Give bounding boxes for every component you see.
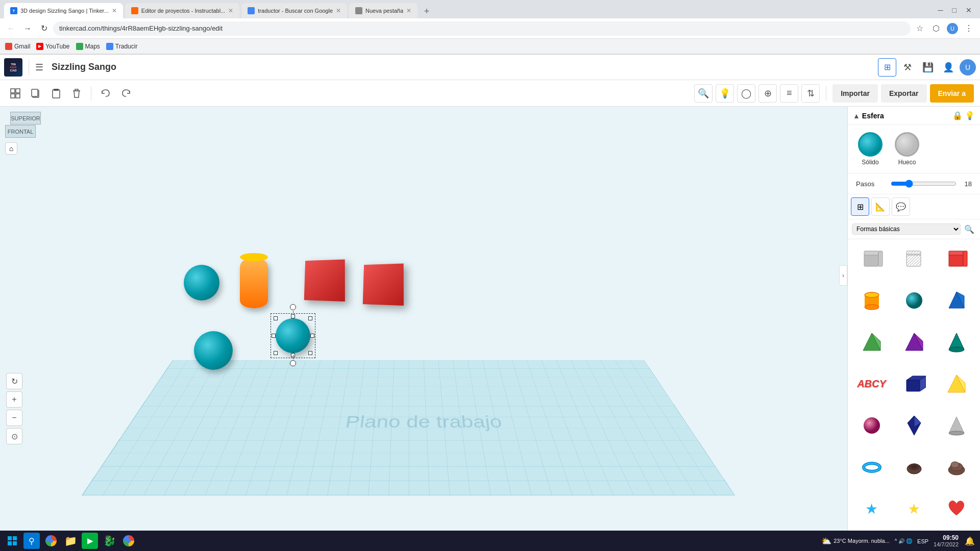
send-button[interactable]: Enviar a [930,84,974,103]
bookmark-maps[interactable]: Maps [76,43,100,50]
shape-item-blue-torus[interactable] [852,452,891,483]
taskbar-chrome[interactable] [43,533,59,549]
minimize-button[interactable]: ─ [934,4,947,16]
shape-item-pink-sphere[interactable] [852,410,891,441]
viewport[interactable]: SUPERIOR FRONTAL ⌂ ↻ + − ⊙ Plano de trab… [0,107,847,536]
notification-button[interactable]: 🔔 [964,535,976,547]
align-tool[interactable]: ⊕ [758,84,777,103]
bookmark-youtube[interactable]: ▶ YouTube [36,43,69,50]
undo-tool[interactable] [96,84,115,103]
bookmark-gmail[interactable]: Gmail [5,43,30,50]
steps-slider[interactable] [891,180,957,188]
export-button[interactable]: Exportar [881,84,927,103]
sphere-object-2[interactable] [194,331,233,370]
taskbar-explorer[interactable]: 📁 [62,533,79,549]
shape-item-brown-blob[interactable] [937,452,976,483]
select-tool[interactable] [6,84,24,103]
shape-item-gray-box[interactable] [852,243,891,274]
tab-tinkercad[interactable]: T 3D design Sizzling Sango | Tinker... ✕ [4,3,123,18]
light-icon[interactable]: 💡 [965,111,975,120]
home-view-button[interactable]: ⌂ [5,142,17,155]
view-front[interactable]: FRONTAL [5,125,36,138]
save-button[interactable]: 💾 [919,58,937,77]
orbit-button[interactable]: ↻ [6,373,22,389]
tab-translator[interactable]: traductor - Buscar con Google ✕ [241,3,347,18]
shape-item-red-heart[interactable] [937,493,976,524]
inspect-tool[interactable]: 🔍 [694,84,713,103]
tab-instructables[interactable]: Editor de proyectos - Instructabl... ✕ [125,3,239,18]
zoom-out-button[interactable]: − [6,410,22,426]
panel-tab-ruler[interactable]: 📐 [871,197,890,216]
group-tool[interactable]: ≡ [780,84,798,103]
tab-instructables-close[interactable]: ✕ [228,7,233,14]
sphere-object-1[interactable] [184,265,219,300]
restore-button[interactable]: □ [948,4,961,16]
shape-item-red-box[interactable] [937,243,976,274]
address-bar[interactable] [53,21,911,36]
taskbar-search[interactable]: ⚲ [23,533,40,549]
view-top[interactable]: SUPERIOR [10,112,41,124]
copy-tool[interactable] [27,84,45,103]
grid-view-button[interactable]: ⊞ [878,58,896,77]
taskbar-chrome2[interactable] [120,533,137,549]
grid-surface[interactable] [82,360,735,495]
shape-item-blue-sphere[interactable] [894,285,934,316]
shape-item-striped-box[interactable] [894,243,934,274]
mirror-tool[interactable]: ⇅ [801,84,820,103]
hollow-option[interactable]: Hueco [895,132,919,166]
collapse-arrow[interactable]: ▲ [853,112,860,120]
shape-item-blue-prism[interactable] [937,285,976,316]
box-object-2[interactable] [363,263,404,306]
tab-new-close[interactable]: ✕ [406,7,411,14]
hamburger-menu[interactable]: ☰ [35,62,43,73]
light-tool[interactable]: 💡 [716,84,734,103]
back-button[interactable]: ← [4,21,18,36]
tab-new[interactable]: Nueva pestaña ✕ [349,3,418,18]
cylinder-object[interactable] [240,257,268,308]
panel-tab-message[interactable]: 💬 [892,197,910,216]
lock-icon[interactable]: 🔒 [952,111,963,120]
bookmark-star-button[interactable]: ☆ [913,21,927,36]
profile-icon-btn[interactable]: 👤 [939,58,958,77]
shape-item-gray-cone[interactable] [937,410,976,441]
extension-button[interactable]: ⬡ [929,21,943,36]
view-cube[interactable]: SUPERIOR FRONTAL ⌂ [5,112,46,138]
shape-item-blue-star[interactable]: ★ [852,493,891,524]
zoom-in-button[interactable]: + [6,391,22,408]
panel-tab-grid[interactable]: ⊞ [851,197,869,216]
selected-sphere[interactable] [276,318,310,353]
zoom-fit-button[interactable]: ⊙ [6,428,22,444]
box-object-1[interactable] [304,259,345,302]
new-tab-button[interactable]: + [420,4,434,18]
user-avatar[interactable]: U [960,59,976,76]
start-button[interactable] [4,533,20,549]
bookmark-translate[interactable]: Traducir [106,43,138,50]
shape-item-dark-blue-box[interactable] [894,368,934,399]
delete-tool[interactable] [67,84,86,103]
profile-button[interactable]: U [945,21,960,36]
shape-item-brown-torus[interactable] [894,452,934,483]
solid-option[interactable]: Sólido [858,132,883,166]
paste-tool[interactable] [47,84,65,103]
reload-button[interactable]: ↻ [37,21,51,36]
shapes-category-dropdown[interactable]: Formas básicas [852,223,961,235]
shape-item-orange-cylinder[interactable] [852,285,891,316]
shape-item-gold-star[interactable]: ★ [894,493,934,524]
taskbar-app1[interactable]: ▶ [82,533,98,549]
shape-item-dark-blue-gem[interactable] [894,410,934,441]
shape-item-teal-cone[interactable] [937,327,976,357]
shape-item-green-pyramid[interactable] [852,327,891,357]
shape-item-purple-pyramid[interactable] [894,327,934,357]
menu-button[interactable]: ⋮ [962,21,976,36]
taskbar-app2[interactable]: 🐉 [101,533,117,549]
close-button[interactable]: ✕ [962,4,976,16]
redo-tool[interactable] [117,84,135,103]
shape-item-yellow-pyramid[interactable] [937,368,976,399]
import-button[interactable]: Importar [832,84,878,103]
shapes-search-button[interactable]: 🔍 [963,222,976,236]
shape-tool[interactable]: ◯ [737,84,755,103]
tab-tinkercad-close[interactable]: ✕ [112,7,117,14]
build-button[interactable]: ⚒ [898,58,917,77]
tab-translator-close[interactable]: ✕ [336,7,341,14]
forward-button[interactable]: → [20,21,35,36]
